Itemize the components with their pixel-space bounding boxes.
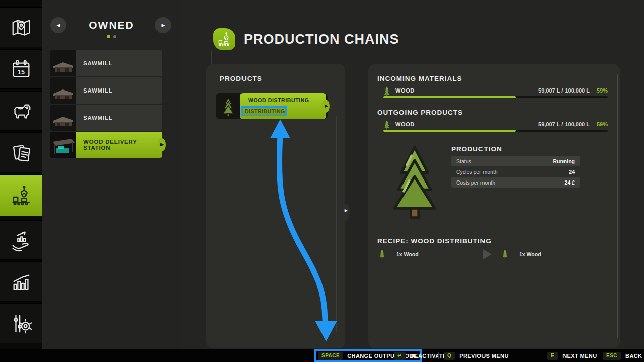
product-item-wood-distributing[interactable]: WOOD DISTRIBUTING DISTRIBUTING ▶ bbox=[216, 93, 328, 119]
e-key: E bbox=[547, 352, 558, 360]
sidebar-item-production-chains[interactable]: ▶ bbox=[0, 174, 42, 216]
sidebar-item-sales[interactable] bbox=[0, 220, 42, 260]
return-key-icon: ↵ bbox=[394, 352, 406, 360]
owned-item-wood-delivery-station[interactable]: WOOD DELIVERY STATION ▶ bbox=[50, 132, 162, 158]
sawmill-thumbnail bbox=[50, 105, 76, 131]
owned-item-sawmill-1[interactable]: SAWMILL bbox=[50, 50, 162, 76]
page-dot-inactive bbox=[113, 35, 116, 38]
owned-item-sawmill-3[interactable]: SAWMILL bbox=[50, 105, 162, 131]
recipe-row: 1x Wood 1x Wood bbox=[377, 248, 609, 261]
bottom-shortcut-bar: SPACE CHANGE OUTPUT MODE ↵ DEACTIVATE Q … bbox=[0, 349, 644, 362]
fill-level-bar bbox=[383, 130, 608, 132]
wood-delivery-station-thumbnail bbox=[50, 132, 76, 158]
cow-icon bbox=[10, 100, 33, 123]
panel-expand-arrow-icon: ▶ bbox=[345, 209, 348, 213]
table-row: Cycles per month 24 bbox=[451, 166, 580, 177]
sidebar-item-contracts[interactable] bbox=[0, 132, 42, 172]
statistics-icon bbox=[10, 270, 33, 294]
shortcut-label: DEACTIVATE bbox=[410, 353, 447, 359]
products-title: PRODUCTS bbox=[220, 75, 262, 82]
material-percent: 59% bbox=[597, 87, 608, 94]
esc-key: ESC bbox=[603, 352, 621, 360]
owned-panel: ◀ ▶ OWNED SAWMILL SAWMILL SAWMILL bbox=[42, 0, 181, 362]
svg-text:15: 15 bbox=[18, 68, 25, 75]
product-name: WOOD DISTRIBUTING bbox=[248, 97, 326, 103]
row-value: 24 £ bbox=[565, 179, 575, 186]
shortcut-separator bbox=[542, 352, 542, 359]
selected-item-arrow-icon: ▶ bbox=[160, 143, 164, 147]
product-selected-label: WOOD DISTRIBUTING DISTRIBUTING ▶ bbox=[240, 93, 326, 119]
incoming-wood-row: WOOD 59,007 L / 100,000 L 59% bbox=[383, 86, 608, 98]
row-label: Costs per month bbox=[456, 179, 495, 186]
material-name: WOOD bbox=[395, 87, 415, 94]
shortcut-label: NEXT MENU bbox=[562, 353, 597, 359]
shortcut-label: PREVIOUS MENU bbox=[459, 353, 509, 359]
production-chains-header-icon bbox=[213, 28, 235, 50]
recipe-title: RECIPE: WOOD DISTRIBUTING bbox=[377, 237, 492, 245]
table-row: Costs per month 24 £ bbox=[451, 177, 580, 188]
product-amount: 59,007 L / 100,000 L bbox=[538, 121, 590, 127]
shortcut-previous-menu[interactable]: Q PREVIOUS MENU bbox=[444, 349, 509, 362]
fill-level-bar-fill bbox=[383, 130, 516, 132]
owned-item-label: SAWMILL bbox=[76, 77, 162, 104]
page-dot-active bbox=[107, 35, 110, 38]
selected-product-arrow-icon: ▶ bbox=[325, 104, 328, 108]
product-name: WOOD bbox=[395, 121, 415, 127]
table-row: Status Running bbox=[451, 156, 580, 166]
details-scrollbar[interactable] bbox=[617, 74, 618, 338]
calendar-icon: 15 bbox=[10, 58, 33, 81]
sawmill-thumbnail bbox=[50, 77, 76, 104]
fill-level-bar bbox=[383, 96, 608, 98]
contracts-icon bbox=[10, 141, 33, 164]
outgoing-wood-row: WOOD 59,007 L / 100,000 L 59% bbox=[383, 120, 608, 132]
owned-item-label: WOOD DELIVERY STATION ▶ bbox=[76, 132, 162, 158]
wood-product-illustration bbox=[391, 145, 438, 221]
sidebar-item-settings[interactable] bbox=[0, 303, 42, 343]
fill-level-bar-fill bbox=[383, 96, 516, 98]
shortcut-back[interactable]: ESC BACK bbox=[603, 349, 642, 362]
sales-hand-chart-icon bbox=[10, 229, 33, 252]
incoming-materials-title: INCOMING MATERIALS bbox=[377, 75, 462, 82]
row-label: Status bbox=[456, 158, 471, 164]
space-key: SPACE bbox=[318, 352, 343, 360]
output-mode-label: DISTRIBUTING bbox=[245, 108, 285, 114]
production-table: Status Running Cycles per month 24 Costs… bbox=[451, 156, 580, 188]
section-divider bbox=[377, 139, 611, 139]
recipe-arrow-icon bbox=[483, 249, 492, 259]
products-panel: PRODUCTS WOOD DISTRIBUTING DISTRIBUTING … bbox=[206, 64, 345, 348]
recipe-input: 1x Wood bbox=[396, 251, 419, 257]
row-value: 24 bbox=[569, 169, 575, 175]
output-mode-highlight-box: DISTRIBUTING bbox=[242, 106, 287, 116]
product-percent: 59% bbox=[597, 121, 608, 127]
wood-tree-icon bbox=[379, 249, 385, 260]
shortcut-label: BACK bbox=[625, 353, 642, 359]
production-title: PRODUCTION bbox=[451, 145, 502, 153]
products-scrollbar[interactable] bbox=[336, 116, 337, 332]
owned-title: OWNED bbox=[42, 19, 181, 31]
map-icon bbox=[10, 16, 33, 39]
sidebar-item-calendar[interactable]: 15 bbox=[0, 49, 42, 89]
shortcut-next-menu[interactable]: E NEXT MENU bbox=[547, 349, 597, 362]
material-amount: 59,007 L / 100,000 L bbox=[538, 87, 590, 94]
owned-item-sawmill-2[interactable]: SAWMILL bbox=[50, 77, 162, 104]
shortcut-separator bbox=[438, 352, 439, 359]
page-title: PRODUCTION CHAINS bbox=[244, 32, 399, 47]
row-label: Cycles per month bbox=[456, 169, 498, 175]
sidebar-item-animals[interactable] bbox=[0, 90, 42, 131]
wood-tree-icon bbox=[502, 249, 508, 260]
row-value: Running bbox=[553, 158, 575, 164]
wood-tree-icon bbox=[221, 97, 236, 119]
details-panel: INCOMING MATERIALS WOOD 59,007 L / 100,0… bbox=[368, 64, 620, 348]
recipe-output: 1x Wood bbox=[519, 251, 541, 257]
owned-item-label-text: WOOD DELIVERY STATION bbox=[83, 139, 162, 151]
production-chains-screen: 15 bbox=[0, 0, 644, 362]
q-key: Q bbox=[444, 352, 455, 360]
outgoing-products-title: OUTGOING PRODUCTS bbox=[377, 109, 463, 116]
owned-item-label: SAWMILL bbox=[76, 50, 162, 76]
sidebar-item-statistics[interactable] bbox=[0, 261, 42, 302]
sidebar: 15 bbox=[0, 0, 42, 362]
owned-item-label: SAWMILL bbox=[76, 105, 162, 131]
shortcut-separator bbox=[597, 352, 597, 359]
sidebar-item-map[interactable] bbox=[0, 7, 42, 47]
settings-sliders-icon bbox=[10, 312, 33, 335]
